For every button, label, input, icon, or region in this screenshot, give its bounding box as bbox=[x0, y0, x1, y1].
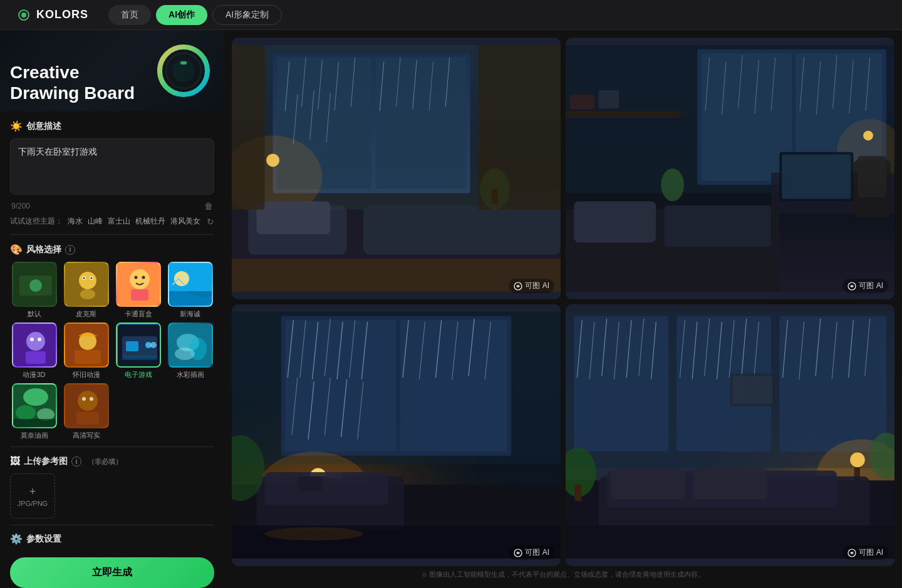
style-name-cartoon: 卡通盲盒 bbox=[125, 309, 152, 319]
watermark-icon-3 bbox=[514, 549, 522, 557]
nav-tab-ai-create[interactable]: AI创作 bbox=[156, 5, 207, 25]
svg-rect-38 bbox=[117, 324, 161, 368]
image-cell-4: 可图 AI bbox=[566, 304, 894, 566]
svg-point-10 bbox=[79, 272, 96, 289]
upload-icon: 🖼 bbox=[10, 456, 20, 467]
svg-rect-176 bbox=[732, 376, 772, 405]
svg-point-23 bbox=[174, 271, 189, 286]
svg-rect-79 bbox=[232, 45, 265, 210]
clear-prompt-button[interactable]: 🗑 bbox=[204, 201, 213, 211]
theme-tag-2[interactable]: 富士山 bbox=[108, 216, 130, 227]
upload-section-title: 🖼 上传参考图 i （非必填） bbox=[10, 456, 214, 467]
refresh-themes-button[interactable]: ↻ bbox=[207, 217, 214, 227]
param-section: ⚙️ 参数设置 bbox=[0, 525, 224, 550]
svg-point-49 bbox=[78, 391, 98, 411]
style-name-retro: 怀旧动漫 bbox=[73, 370, 100, 379]
svg-point-42 bbox=[175, 348, 195, 360]
style-name-default: 默认 bbox=[28, 309, 41, 319]
main-layout: Creative Drawing Board bbox=[0, 30, 902, 588]
svg-point-20 bbox=[142, 276, 145, 279]
svg-point-8 bbox=[29, 279, 42, 292]
svg-rect-106 bbox=[574, 202, 656, 243]
style-item-retro[interactable]: 怀旧动漫 bbox=[62, 322, 110, 379]
svg-point-147 bbox=[265, 527, 364, 540]
style-thumb-watercolor bbox=[168, 322, 213, 368]
svg-point-17 bbox=[130, 269, 150, 289]
param-title: ⚙️ 参数设置 bbox=[10, 533, 214, 545]
svg-rect-108 bbox=[566, 111, 681, 118]
watermark-3: 可图 AI bbox=[509, 545, 554, 560]
svg-rect-57 bbox=[376, 58, 466, 189]
watermark-text-1: 可图 AI bbox=[525, 281, 549, 291]
style-item-monet[interactable]: 莫奈油画 bbox=[10, 383, 58, 440]
watermark-text-3: 可图 AI bbox=[525, 547, 549, 558]
style-item-pixar[interactable]: 皮克斯 bbox=[62, 262, 110, 319]
style-item-cartoon[interactable]: 卡通盲盒 bbox=[114, 262, 162, 319]
svg-rect-107 bbox=[665, 205, 772, 247]
prompt-icon: ☀️ bbox=[10, 120, 23, 132]
nav-tabs: 首页 AI创作 AI形象定制 bbox=[108, 5, 282, 25]
hero-ring-decoration bbox=[155, 43, 212, 99]
svg-rect-110 bbox=[599, 90, 619, 108]
upload-box[interactable]: + JPG/PNG bbox=[10, 473, 55, 518]
svg-rect-86 bbox=[702, 53, 792, 180]
style-item-3d[interactable]: 动漫3D bbox=[10, 322, 58, 379]
watermark-2: 可图 AI bbox=[842, 279, 888, 293]
watermark-icon-1 bbox=[514, 282, 522, 291]
style-item-game[interactable]: 电子游戏 bbox=[114, 322, 162, 379]
watermark-1: 可图 AI bbox=[509, 279, 554, 293]
style-thumb-realistic bbox=[64, 383, 109, 428]
style-thumb-monet bbox=[12, 383, 57, 428]
watermark-icon-4 bbox=[848, 549, 856, 557]
svg-rect-183 bbox=[611, 468, 685, 500]
upload-info-icon[interactable]: i bbox=[71, 456, 81, 467]
theme-tag-1[interactable]: 山峰 bbox=[88, 216, 103, 227]
svg-point-45 bbox=[16, 405, 36, 420]
svg-rect-18 bbox=[131, 289, 148, 301]
svg-rect-118 bbox=[400, 320, 507, 451]
style-name-pixar: 皮克斯 bbox=[76, 309, 96, 319]
hero-banner: Creative Drawing Board bbox=[0, 30, 224, 111]
svg-rect-184 bbox=[693, 468, 767, 500]
theme-tag-4[interactable]: 港风美女 bbox=[170, 216, 200, 227]
optional-label: （非必填） bbox=[88, 457, 122, 467]
style-thumb-game bbox=[116, 322, 161, 368]
watermark-icon-2 bbox=[848, 282, 856, 291]
generate-button[interactable]: 立即生成 bbox=[10, 557, 214, 588]
nav-tab-home[interactable]: 首页 bbox=[108, 5, 151, 25]
style-thumb-pixar bbox=[64, 262, 109, 307]
style-item-realistic[interactable]: 高清写实 bbox=[62, 383, 110, 440]
prompt-textarea[interactable]: 下雨天在卧室打游戏 bbox=[10, 138, 214, 195]
watermark-text-4: 可图 AI bbox=[859, 547, 883, 558]
svg-point-15 bbox=[90, 277, 92, 279]
nav-tab-avatar[interactable]: AI形象定制 bbox=[212, 5, 282, 25]
svg-rect-104 bbox=[858, 156, 886, 197]
image-cell-2: 可图 AI bbox=[566, 38, 894, 299]
style-item-watercolor[interactable]: 水彩插画 bbox=[166, 322, 214, 379]
style-item-new-sea[interactable]: 新海诚 bbox=[166, 262, 214, 319]
hero-title: Creative Drawing Board bbox=[10, 62, 135, 104]
svg-point-1 bbox=[21, 13, 26, 18]
image-grid: 可图 AI bbox=[232, 38, 894, 566]
style-item-default[interactable]: 默认 bbox=[10, 262, 58, 319]
svg-rect-144 bbox=[326, 472, 343, 479]
svg-point-14 bbox=[83, 277, 85, 279]
svg-rect-186 bbox=[574, 485, 581, 501]
logo: KOLORS bbox=[15, 6, 88, 24]
style-thumb-3d bbox=[12, 322, 57, 368]
style-name-game: 电子游戏 bbox=[125, 370, 152, 379]
svg-rect-102 bbox=[782, 155, 851, 199]
theme-tag-3[interactable]: 机械牡丹 bbox=[135, 216, 165, 227]
style-info-icon[interactable]: i bbox=[65, 245, 75, 255]
style-thumb-default bbox=[12, 262, 57, 307]
svg-point-99 bbox=[863, 131, 873, 141]
logo-icon bbox=[15, 6, 33, 24]
style-icon: 🎨 bbox=[10, 244, 23, 255]
theme-tag-0[interactable]: 海水 bbox=[68, 216, 83, 227]
svg-point-27 bbox=[30, 338, 34, 341]
svg-point-72 bbox=[266, 153, 279, 167]
header: KOLORS 首页 AI创作 AI形象定制 bbox=[0, 0, 902, 30]
svg-rect-50 bbox=[76, 412, 99, 425]
char-count: 9/200 bbox=[11, 202, 30, 210]
footer-note: ⊙ 图像由人工智能模型生成，不代表平台的观点、立场或态度，请合理友善地使用生成内… bbox=[232, 566, 894, 580]
